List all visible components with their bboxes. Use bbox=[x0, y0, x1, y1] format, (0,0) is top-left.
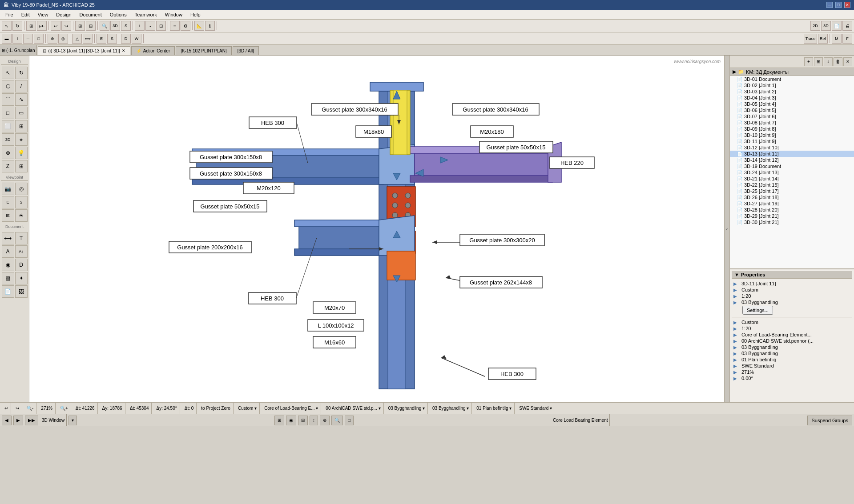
tool-fill[interactable]: ⬜ bbox=[2, 120, 14, 132]
tab-3d-joint[interactable]: ⊟ (i) 3D-13 [Joint 11] [3D-13 [Joint 11]… bbox=[38, 46, 130, 55]
tb-model[interactable]: M bbox=[832, 34, 842, 44]
tb-section2[interactable]: S bbox=[107, 34, 117, 44]
rt-delete[interactable]: 🗑 bbox=[834, 57, 842, 66]
tool-bezier[interactable]: ∿ bbox=[15, 93, 28, 106]
bot-btn-4[interactable]: ↕ bbox=[310, 416, 318, 425]
tree-item-3d13[interactable]: 📄 3D-13 [Joint 11] bbox=[730, 151, 854, 157]
tool-rotate[interactable]: ↻ bbox=[15, 67, 28, 79]
menu-window[interactable]: Window bbox=[161, 11, 186, 18]
tb-paste[interactable]: ⊟ bbox=[86, 21, 96, 31]
tree-item-3d09[interactable]: 📄 3D-09 [Joint 8] bbox=[730, 126, 854, 132]
tool-drawing[interactable]: 📄 bbox=[2, 285, 14, 298]
bot-btn-6[interactable]: 🔍 bbox=[331, 416, 343, 425]
menu-help[interactable]: Help bbox=[187, 11, 204, 18]
tree-item-3d05[interactable]: 📄 3D-05 [Joint 4] bbox=[730, 101, 854, 107]
tb-floor2[interactable]: F bbox=[842, 34, 852, 44]
tool-object[interactable]: ⊛ bbox=[2, 147, 14, 159]
nav-prev-btn[interactable]: ◀ bbox=[2, 416, 12, 425]
play-btn[interactable]: ▶▶ bbox=[25, 416, 38, 425]
tool-rect[interactable]: □ bbox=[2, 107, 14, 119]
tool-arc[interactable]: ⌒ bbox=[2, 93, 14, 106]
tool-mesh[interactable]: ⊞ bbox=[15, 120, 28, 132]
bot-btn-5[interactable]: ⊕ bbox=[320, 416, 330, 425]
canvas-area[interactable]: www.noirisargsyon.com bbox=[29, 56, 724, 402]
tb-redo[interactable]: ↪ bbox=[61, 21, 71, 31]
tool-text[interactable]: T bbox=[15, 232, 28, 244]
tb-snap2[interactable]: ◎ bbox=[58, 34, 68, 44]
tree-item-3d28[interactable]: 📄 3D-28 [Joint 20] bbox=[730, 207, 854, 213]
tb-find[interactable]: 🔍 bbox=[100, 21, 109, 31]
tool-zone[interactable]: Z bbox=[2, 160, 14, 172]
menu-view[interactable]: View bbox=[34, 11, 52, 18]
rt-new[interactable]: + bbox=[804, 57, 813, 66]
tb-beam[interactable]: ─ bbox=[23, 34, 33, 44]
suspend-groups-button[interactable]: Suspend Groups bbox=[807, 416, 852, 425]
tab-3d-all[interactable]: [3D / All] bbox=[233, 46, 259, 55]
tb-worksheet[interactable]: W bbox=[132, 34, 141, 44]
maximize-button[interactable]: □ bbox=[835, 2, 842, 8]
tb-measure[interactable]: 📐 bbox=[194, 21, 204, 31]
rt-move[interactable]: ↕ bbox=[824, 57, 833, 66]
tool-lamp[interactable]: 💡 bbox=[15, 147, 28, 159]
tree-item-3d01[interactable]: 📄 3D-01 Document bbox=[730, 76, 854, 82]
tree-item-3d27[interactable]: 📄 3D-27 [Joint 19] bbox=[730, 200, 854, 207]
tree-item-3d30[interactable]: 📄 3D-30 [Joint 21] bbox=[730, 219, 854, 225]
tool-orbit[interactable]: ◎ bbox=[15, 183, 28, 195]
bot-btn-2[interactable]: ◉ bbox=[286, 416, 296, 425]
tree-item-3d10[interactable]: 📄 3D-10 [Joint 9] bbox=[730, 132, 854, 138]
tb-settings[interactable]: ⚙ bbox=[181, 21, 190, 31]
tool-arrow[interactable]: ↖ bbox=[2, 67, 14, 79]
status-undo[interactable]: ↩ bbox=[2, 403, 11, 414]
tb-trace[interactable]: Trace bbox=[804, 34, 817, 44]
tb-undo[interactable]: ↩ bbox=[51, 21, 60, 31]
3d-window-dropdown[interactable]: ▾ bbox=[68, 416, 77, 425]
tb-arrow[interactable]: ↖ bbox=[2, 21, 12, 31]
close-button[interactable]: ✕ bbox=[844, 2, 850, 8]
tb-elevation[interactable]: E bbox=[97, 34, 106, 44]
tree-item-3d19[interactable]: 📄 3D-19 Document bbox=[730, 163, 854, 169]
tb-publish[interactable]: 📄 bbox=[832, 21, 842, 31]
tool-camera[interactable]: 📷 bbox=[2, 183, 14, 195]
tb-column[interactable]: I bbox=[12, 34, 22, 44]
tool-line[interactable]: / bbox=[15, 80, 28, 92]
menu-file[interactable]: File bbox=[2, 11, 17, 18]
status-redo[interactable]: ↪ bbox=[13, 403, 22, 414]
panel-collapse-arrow[interactable]: ‹ bbox=[724, 56, 729, 402]
tb-info[interactable]: ℹ bbox=[205, 21, 215, 31]
tool-sun[interactable]: ☀ bbox=[15, 209, 28, 222]
menu-edit[interactable]: Edit bbox=[18, 11, 33, 18]
status-core-load[interactable]: Core of Load-Bearing E... ▾ bbox=[262, 403, 321, 414]
status-custom[interactable]: Custom ▾ bbox=[235, 403, 260, 414]
tool-poly[interactable]: ⬡ bbox=[2, 80, 14, 92]
tb-offset[interactable]: △ bbox=[72, 34, 82, 44]
bot-btn-1[interactable]: ⊞ bbox=[274, 416, 284, 425]
tree-item-3d26[interactable]: 📄 3D-26 [Joint 18] bbox=[730, 194, 854, 200]
tb-3d[interactable]: 3D bbox=[110, 21, 120, 31]
tb-wall[interactable]: ▬ bbox=[2, 34, 12, 44]
tb-floor[interactable]: ⊞ bbox=[26, 21, 36, 31]
tree-item-3d22[interactable]: 📄 3D-22 [Joint 15] bbox=[730, 182, 854, 188]
tb-view-2d[interactable]: 2D bbox=[810, 21, 820, 31]
status-bygghandling-2[interactable]: 03 Bygghandling ▾ bbox=[430, 403, 472, 414]
minimize-button[interactable]: ─ bbox=[826, 2, 833, 8]
status-zoom-out-btn[interactable]: 🔍- bbox=[24, 403, 36, 414]
status-bygghandling-1[interactable]: 03 Bygghandling ▾ bbox=[386, 403, 428, 414]
bot-btn-7[interactable]: □ bbox=[345, 416, 354, 425]
rt-copy[interactable]: ⊞ bbox=[814, 57, 823, 66]
tool-detail[interactable]: D bbox=[15, 259, 28, 271]
tab-plintplan[interactable]: [K-15.102 PLINTPLAN] bbox=[176, 46, 231, 55]
tb-section[interactable]: S bbox=[121, 21, 131, 31]
tb-rotate[interactable]: ↻ bbox=[12, 21, 22, 31]
tool-3d2[interactable]: ◈ bbox=[15, 133, 28, 146]
tool-label[interactable]: A bbox=[2, 245, 14, 258]
menu-teamwork[interactable]: Teamwork bbox=[131, 11, 161, 18]
tree-item-3d04[interactable]: 📄 3D-04 [Joint 3] bbox=[730, 95, 854, 101]
tree-item-3d21[interactable]: 📄 3D-21 [Joint 14] bbox=[730, 176, 854, 182]
tree-item-3d03[interactable]: 📄 3D-03 [Joint 2] bbox=[730, 88, 854, 95]
tb-zoom-out[interactable]: - bbox=[145, 21, 155, 31]
rt-close[interactable]: ✕ bbox=[843, 57, 852, 66]
tb-slab[interactable]: □ bbox=[34, 34, 44, 44]
tb-snap[interactable]: ⊕ bbox=[48, 34, 57, 44]
tool-group[interactable]: ⊞ bbox=[15, 160, 28, 172]
tool-poly2[interactable]: ▭ bbox=[15, 107, 28, 119]
